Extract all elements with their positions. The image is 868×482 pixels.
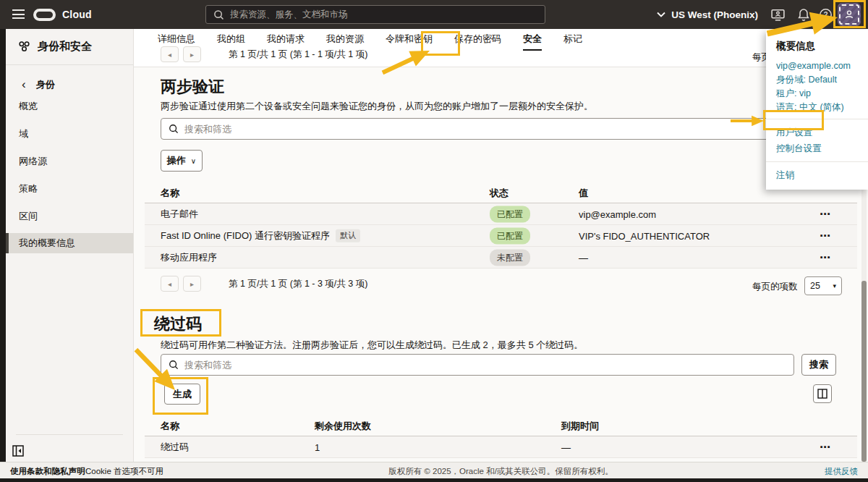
pagination-mfa: ◂ ▸ 第 1 页/共 1 页 (第 1 - 3 项/共 3 项) [161,276,367,292]
sidebar-item-policies[interactable]: 策略 [6,178,133,199]
pagination-text: 第 1 页/共 1 页 (第 1 - 1 项/共 1 项) [229,48,367,61]
pagination-text: 第 1 页/共 1 页 (第 1 - 3 项/共 3 项) [229,278,367,290]
sidebar-item-overview[interactable]: 概览 [6,96,133,117]
factor-name: 电子邮件 [161,208,198,221]
scrollbar-thumb[interactable] [861,281,867,462]
menu-header: 概要信息 [766,38,868,59]
menu-item-email[interactable]: vip@example.com [766,59,868,72]
oracle-cloud-console: { "topbar": { "brand": "Cloud", "search_… [0,0,868,482]
page-next-button[interactable]: ▸ [183,46,201,62]
menu-divider [766,161,868,162]
bypass-columns-button[interactable] [813,384,832,403]
bypass-name: 绕过码 [161,441,189,454]
column-header-expiry: 到期时间 [561,420,599,433]
bypass-search-button[interactable]: 搜索 [801,354,836,376]
chevron-down-icon [657,12,665,17]
menu-item-language[interactable]: 语言: 中文 (简体) [766,100,868,114]
bypass-remaining: 1 [315,441,320,452]
notifications-bell-icon[interactable] [796,7,812,22]
region-label: US West (Phoenix) [671,9,758,20]
left-edge-strip [0,29,6,479]
caret-down-icon: ▾ [833,282,836,289]
menu-item-console-settings[interactable]: 控制台设置 [766,140,868,156]
sidebar-item-domains[interactable]: 域 [6,123,133,144]
actions-button[interactable]: 操作 ∨ [161,150,203,172]
brand-label: Cloud [62,9,92,20]
bypass-table: 名称 剩余使用次数 到期时间 绕过码 1 — ⋯ [145,416,857,458]
page-next-button[interactable]: ▸ [183,276,201,292]
sidebar-item-compartments[interactable]: 区间 [6,206,133,227]
mfa-table: 名称 状态 值 电子邮件 已配置 vip@example.com ⋯ Fast … [145,183,857,269]
collapse-panel-icon[interactable] [10,443,26,459]
sidebar-header: 身份和安全 [6,29,133,65]
tab-tokens-keys[interactable]: 令牌和密钥 [386,29,433,51]
tab-security[interactable]: 安全 [523,29,542,51]
identity-security-icon [17,40,31,54]
row-actions-button[interactable]: ⋯ [820,441,831,454]
svg-text:?: ? [823,11,827,19]
factor-value: VIP's FIDO_AUTHENTICATOR [579,230,710,241]
user-avatar[interactable] [838,3,861,26]
row-actions-button[interactable]: ⋯ [820,251,831,264]
hamburger-menu-icon[interactable] [12,9,25,19]
tab-tags[interactable]: 标记 [563,29,582,51]
menu-divider [766,119,868,119]
pagination-top: ◂ ▸ 第 1 页/共 1 页 (第 1 - 1 项/共 1 项) [161,46,367,62]
person-icon [844,9,854,20]
mfa-filter-input[interactable] [184,124,749,135]
column-header-name: 名称 [161,420,179,433]
column-header-remaining: 剩余使用次数 [315,420,371,433]
column-header-name: 名称 [161,187,179,200]
status-badge: 已配置 [490,206,530,222]
terms-privacy-link[interactable]: 使用条款和隐私声明 [10,466,85,477]
sidebar-item-my-profile[interactable]: 我的概要信息 [6,233,133,253]
table-row: 移动应用程序 未配置 — ⋯ [145,247,857,269]
chevron-down-icon: ∨ [191,157,196,165]
back-chevron-icon: ‹ [22,80,26,89]
menu-item-identity-domain[interactable]: 身份域: Default [766,72,868,86]
help-icon[interactable]: ? [817,7,833,22]
global-search-input[interactable] [230,9,505,20]
menu-item-tenancy[interactable]: 租户: vip [766,86,868,100]
feedback-link[interactable]: 提供反馈 [825,466,858,477]
content-divider [134,67,868,67]
row-actions-button[interactable]: ⋯ [820,229,831,242]
user-profile-menu: 概要信息 vip@example.com 身份域: Default 租户: vi… [766,30,868,190]
per-page-select[interactable]: 25 ▾ [804,276,842,295]
sidebar: 身份和安全 ‹ 身份 概览 域 网络源 策略 区间 我的概要信息 [6,29,134,462]
menu-item-sign-out[interactable]: 注销 [766,167,868,182]
status-badge: 已配置 [490,227,530,244]
factor-value: vip@example.com [579,208,656,219]
bypass-section-title: 绕过码 [154,313,202,335]
mfa-table-header: 名称 状态 值 [145,183,857,203]
sidebar-item-network-sources[interactable]: 网络源 [6,151,133,172]
copyright-text: 版权所有 © 2025，Oracle 和/或其关联公司。保留所有权利。 [134,466,868,477]
search-icon [169,124,179,134]
factor-value: — [579,252,588,263]
row-actions-button[interactable]: ⋯ [820,208,831,221]
global-search[interactable] [205,5,545,24]
sidebar-divider [16,434,123,435]
page-prev-button[interactable]: ◂ [161,276,179,292]
columns-icon [817,389,827,399]
cloud-shell-icon[interactable] [770,7,786,22]
bypass-filter-input[interactable] [184,360,749,371]
mfa-section-title: 两步验证 [161,76,224,98]
factor-name: Fast ID Online (FIDO) 通行密钥验证程序 [161,230,330,241]
search-icon [213,9,224,20]
oracle-logo-icon [33,9,56,21]
generate-button[interactable]: 生成 [164,384,200,405]
sidebar-title: 身份和安全 [38,40,92,54]
per-page-label: 每页的项数 [752,281,798,293]
sidebar-back-identity[interactable]: ‹ 身份 [6,75,133,95]
bypass-table-header: 名称 剩余使用次数 到期时间 [145,416,857,436]
column-header-status: 状态 [490,187,509,200]
tab-saved-passwords[interactable]: 保存的密码 [454,29,501,51]
mfa-filter-box [161,118,794,140]
menu-item-user-settings[interactable]: 用户设置 [766,124,868,140]
page-prev-button[interactable]: ◂ [161,46,179,62]
factor-name: 移动应用程序 [161,251,217,264]
default-chip: 默认 [336,229,360,242]
table-row: 电子邮件 已配置 vip@example.com ⋯ [145,203,857,225]
region-selector[interactable]: US West (Phoenix) [657,0,758,29]
